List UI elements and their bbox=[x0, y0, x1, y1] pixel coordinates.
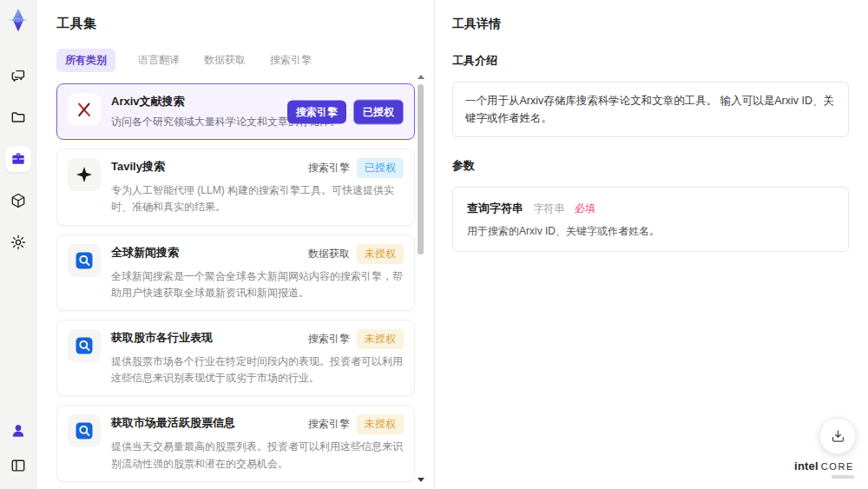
tool-meta: 搜索引擎已授权 bbox=[308, 158, 404, 178]
intro-text-box: 一个用于从Arxiv存储库搜索科学论文和文章的工具。 输入可以是Arxiv ID… bbox=[452, 82, 849, 137]
scrollbar-thumb[interactable] bbox=[418, 84, 424, 254]
params-heading: 参数 bbox=[452, 158, 849, 174]
param-name: 查询字符串 bbox=[467, 202, 523, 215]
tool-card-header: Arxiv文献搜索 搜索引擎已授权 bbox=[111, 93, 404, 109]
chat-icon[interactable] bbox=[5, 63, 31, 89]
category-tab[interactable]: 语言翻译 bbox=[136, 49, 181, 72]
tool-title: Tavily搜索 bbox=[111, 158, 165, 175]
tool-description: 提供当天交易量最高的股票列表。投资者可以利用这些信息来识别流动性强的股票和潜在的… bbox=[111, 439, 404, 472]
tools-panel: 工具集 所有类别语言翻译数据获取搜索引擎 Arxiv文献搜索 搜索引擎已授权 访… bbox=[36, 0, 434, 489]
cube-icon[interactable] bbox=[5, 188, 31, 214]
tool-card-header: Tavily搜索 搜索引擎已授权 bbox=[111, 158, 404, 178]
tool-meta: 搜索引擎已授权 bbox=[287, 99, 404, 124]
scroll-down-arrow-icon[interactable] bbox=[418, 478, 424, 482]
page-title: 工具集 bbox=[56, 16, 434, 32]
tool-card-body: Tavily搜索 搜索引擎已授权 专为人工智能代理 (LLM) 构建的搜索引擎工… bbox=[111, 158, 404, 215]
tool-description: 提供股票市场各个行业在特定时间段内的表现。投资者可以利用这些信息来识别表现优于或… bbox=[111, 354, 404, 387]
brand-sub-mark bbox=[832, 475, 854, 479]
news-search-icon bbox=[74, 250, 95, 271]
auth-badge: 未授权 bbox=[357, 244, 404, 264]
tool-card-body: Arxiv文献搜索 搜索引擎已授权 访问各个研究领域大量科学论文和文章的存储库。 bbox=[111, 93, 404, 130]
category-tabs: 所有类别语言翻译数据获取搜索引擎 bbox=[56, 49, 434, 72]
auth-badge: 已授权 bbox=[353, 99, 404, 124]
tool-title: Arxiv文献搜索 bbox=[111, 93, 185, 109]
stock-search-icon bbox=[74, 420, 95, 441]
tool-description: 全球新闻搜索是一个聚合全球各大新闻网站内容的搜索引擎，帮助用户快速获取全球最新资… bbox=[111, 268, 404, 301]
tool-card-header: 获取市场最活跃股票信息 搜索引擎未授权 bbox=[111, 414, 404, 434]
scroll-up-arrow-icon[interactable] bbox=[418, 75, 424, 79]
tool-title: 获取市场最活跃股票信息 bbox=[111, 414, 235, 431]
left-rail bbox=[0, 0, 36, 489]
category-label: 搜索引擎 bbox=[308, 161, 350, 175]
download-icon bbox=[830, 428, 846, 445]
tool-card-header: 获取股市各行业表现 搜索引擎未授权 bbox=[111, 329, 404, 349]
arxiv-icon bbox=[68, 93, 101, 126]
toolbox-icon[interactable] bbox=[5, 146, 31, 172]
tool-title: 全球新闻搜索 bbox=[111, 244, 179, 261]
category-label: 搜索引擎 bbox=[308, 332, 350, 347]
stock-search-icon bbox=[74, 335, 95, 356]
tool-card-body: 获取股市各行业表现 搜索引擎未授权 提供股票市场各个行业在特定时间段内的表现。投… bbox=[111, 329, 404, 387]
param-header: 查询字符串 字符串 必填 bbox=[467, 200, 834, 216]
sparkle-icon bbox=[68, 158, 101, 191]
tool-list: Arxiv文献搜索 搜索引擎已授权 访问各个研究领域大量科学论文和文章的存储库。… bbox=[56, 83, 415, 489]
sparkle-icon bbox=[74, 164, 95, 185]
tool-meta: 搜索引擎未授权 bbox=[308, 329, 404, 349]
intro-heading: 工具介绍 bbox=[452, 53, 849, 69]
news-search-icon bbox=[68, 244, 101, 277]
details-title: 工具详情 bbox=[452, 17, 849, 32]
param-required-badge: 必填 bbox=[575, 202, 595, 215]
tool-details-panel: 工具详情 工具介绍 一个用于从Arxiv存储库搜索科学论文和文章的工具。 输入可… bbox=[435, 0, 868, 489]
tool-card[interactable]: Tavily搜索 搜索引擎已授权 专为人工智能代理 (LLM) 构建的搜索引擎工… bbox=[56, 149, 415, 225]
tool-meta: 数据获取未授权 bbox=[308, 244, 404, 264]
arxiv-icon bbox=[74, 99, 95, 120]
folder-icon[interactable] bbox=[5, 104, 31, 130]
auth-badge: 未授权 bbox=[357, 414, 404, 434]
app-window: 工具集 所有类别语言翻译数据获取搜索引擎 Arxiv文献搜索 搜索引擎已授权 访… bbox=[0, 0, 868, 489]
param-card: 查询字符串 字符串 必填 用于搜索的Arxiv ID、关键字或作者姓名。 bbox=[452, 187, 849, 252]
gear-icon[interactable] bbox=[5, 229, 31, 255]
stock-search-icon bbox=[68, 414, 101, 447]
param-description: 用于搜索的Arxiv ID、关键字或作者姓名。 bbox=[467, 224, 834, 239]
category-label: 数据获取 bbox=[308, 247, 350, 261]
avatar-icon[interactable] bbox=[5, 418, 31, 444]
intel-core-logo: intel core bbox=[794, 459, 854, 479]
param-type: 字符串 bbox=[533, 202, 564, 215]
auth-badge: 已授权 bbox=[357, 158, 404, 178]
scrollbar[interactable] bbox=[417, 75, 425, 482]
category-label: 搜索引擎 bbox=[308, 417, 350, 432]
tool-title: 获取股市各行业表现 bbox=[111, 329, 213, 346]
tool-description: 专为人工智能代理 (LLM) 构建的搜索引擎工具。可快速提供实时、准确和真实的结… bbox=[111, 182, 404, 215]
download-button[interactable] bbox=[819, 418, 856, 454]
tool-card-body: 获取市场最活跃股票信息 搜索引擎未授权 提供当天交易量最高的股票列表。投资者可以… bbox=[111, 414, 404, 472]
tool-card-body: 全球新闻搜索 数据获取未授权 全球新闻搜索是一个聚合全球各大新闻网站内容的搜索引… bbox=[111, 244, 404, 301]
tool-card[interactable]: 全球新闻搜索 数据获取未授权 全球新闻搜索是一个聚合全球各大新闻网站内容的搜索引… bbox=[56, 235, 415, 311]
stock-search-icon bbox=[68, 329, 101, 362]
tool-card[interactable]: Arxiv文献搜索 搜索引擎已授权 访问各个研究领域大量科学论文和文章的存储库。 bbox=[56, 83, 415, 140]
panel-toggle-icon[interactable] bbox=[5, 453, 31, 479]
category-tab[interactable]: 数据获取 bbox=[202, 49, 247, 72]
category-tab[interactable]: 搜索引擎 bbox=[268, 49, 313, 72]
tool-card[interactable]: 获取股市各行业表现 搜索引擎未授权 提供股票市场各个行业在特定时间段内的表现。投… bbox=[56, 320, 415, 396]
tool-meta: 搜索引擎未授权 bbox=[308, 414, 404, 434]
app-logo-icon bbox=[5, 7, 31, 33]
tool-card[interactable]: 获取市场最活跃股票信息 搜索引擎未授权 提供当天交易量最高的股票列表。投资者可以… bbox=[56, 405, 415, 481]
brand-text: intel core bbox=[794, 459, 854, 472]
brand-intel: intel bbox=[794, 459, 819, 472]
auth-badge: 未授权 bbox=[357, 329, 404, 349]
tool-card-header: 全球新闻搜索 数据获取未授权 bbox=[111, 244, 404, 264]
category-badge: 搜索引擎 bbox=[287, 100, 346, 123]
brand-core: core bbox=[821, 461, 854, 472]
category-tab[interactable]: 所有类别 bbox=[56, 49, 115, 72]
